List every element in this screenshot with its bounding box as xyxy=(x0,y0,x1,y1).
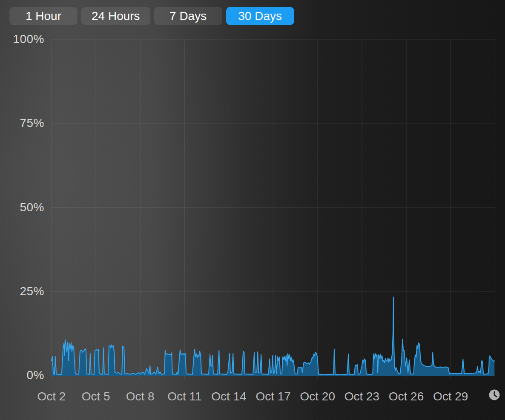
y-axis-tick-label: 50% xyxy=(0,201,44,214)
system-monitor-panel: 1 Hour 24 Hours 7 Days 30 Days 0%25%50%7… xyxy=(0,0,505,420)
x-axis-tick-label: Oct 29 xyxy=(419,390,482,403)
time-range-buttons: 1 Hour 24 Hours 7 Days 30 Days xyxy=(9,7,294,25)
time-range-button-30-days[interactable]: 30 Days xyxy=(226,7,294,25)
clock-icon[interactable] xyxy=(488,389,500,401)
time-range-button-1-hour[interactable]: 1 Hour xyxy=(9,7,77,25)
gridlines xyxy=(52,40,495,379)
usage-chart-canvas xyxy=(0,0,505,420)
y-axis-tick-label: 75% xyxy=(0,117,44,130)
time-range-button-24-hours[interactable]: 24 Hours xyxy=(81,7,150,25)
y-axis-tick-label: 100% xyxy=(0,32,44,46)
y-axis-tick-label: 25% xyxy=(0,285,44,298)
usage-chart[interactable]: 0%25%50%75%100% Oct 2Oct 5Oct 8Oct 11Oct… xyxy=(0,0,505,420)
time-range-button-7-days[interactable]: 7 Days xyxy=(154,7,222,25)
y-axis-tick-label: 0% xyxy=(0,368,44,382)
